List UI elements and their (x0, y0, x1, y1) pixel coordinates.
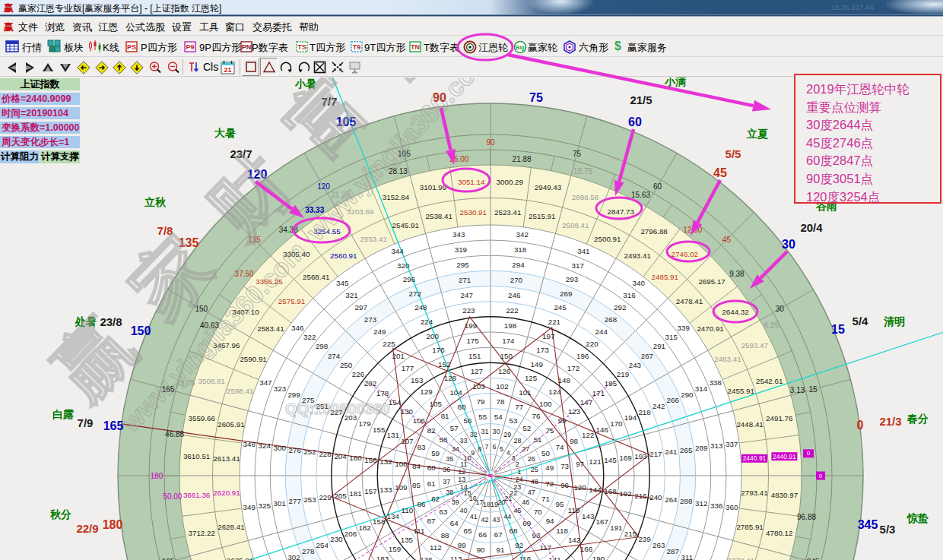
svg-text:277: 277 (289, 497, 301, 505)
svg-text:251: 251 (316, 402, 329, 410)
svg-text:19: 19 (491, 501, 498, 508)
svg-text:117: 117 (539, 543, 551, 552)
svg-text:2575.91: 2575.91 (278, 297, 305, 305)
svg-text:P9: P9 (186, 43, 194, 51)
svg-text:134: 134 (387, 512, 400, 520)
svg-text:PN: PN (242, 43, 252, 51)
svg-text:90: 90 (486, 138, 495, 147)
svg-text:196: 196 (576, 352, 589, 360)
svg-text:36: 36 (443, 466, 450, 473)
svg-text:3610.51: 3610.51 (183, 452, 210, 460)
svg-text:299: 299 (287, 391, 300, 399)
svg-text:268: 268 (605, 315, 618, 324)
svg-text:154: 154 (389, 398, 402, 407)
svg-text:20: 20 (498, 498, 506, 506)
svg-text:136: 136 (420, 555, 433, 560)
svg-text:168: 168 (604, 487, 617, 495)
svg-text:7/8: 7/8 (157, 224, 173, 237)
svg-text:2485.91: 2485.91 (652, 273, 678, 281)
svg-text:15.63: 15.63 (631, 191, 650, 199)
svg-text:1: 1 (517, 468, 521, 476)
svg-text:229: 229 (319, 493, 331, 501)
svg-text:2493.41: 2493.41 (624, 252, 650, 260)
svg-text:112: 112 (430, 543, 442, 552)
svg-text:203: 203 (344, 413, 357, 422)
svg-text:30度2644点: 30度2644点 (806, 118, 873, 131)
svg-text:96.88: 96.88 (797, 513, 816, 521)
svg-text:15: 15 (831, 323, 845, 336)
svg-text:202: 202 (364, 379, 376, 388)
svg-text:194: 194 (624, 413, 637, 422)
svg-text:230: 230 (330, 535, 343, 543)
svg-text:2491.76: 2491.76 (766, 414, 793, 422)
svg-text:265: 265 (680, 446, 693, 454)
svg-text:TN: TN (411, 43, 420, 51)
svg-text:167: 167 (596, 517, 608, 526)
svg-text:50.00: 50.00 (163, 492, 182, 501)
svg-text:105: 105 (398, 150, 411, 158)
svg-text:3152.84: 3152.84 (383, 193, 410, 201)
svg-text:64: 64 (450, 519, 459, 527)
svg-text:3508.81: 3508.81 (198, 377, 225, 385)
svg-text:323: 323 (274, 384, 287, 393)
svg-text:116: 116 (519, 555, 532, 560)
svg-text:2463.41: 2463.41 (714, 355, 741, 363)
svg-text:179: 179 (358, 419, 370, 428)
svg-text:2898.58: 2898.58 (572, 193, 599, 201)
svg-text:121: 121 (589, 457, 601, 466)
svg-text:109: 109 (395, 483, 407, 492)
svg-text:302: 302 (287, 553, 300, 560)
svg-text:243: 243 (629, 361, 642, 369)
svg-text:56: 56 (464, 416, 472, 425)
svg-text:清明: 清明 (884, 315, 905, 327)
svg-text:30: 30 (782, 238, 795, 251)
svg-text:105: 105 (336, 115, 357, 128)
svg-text:21/3: 21/3 (879, 415, 901, 428)
svg-text:52: 52 (522, 424, 531, 432)
svg-text:90: 90 (477, 546, 485, 554)
svg-text:289: 289 (695, 444, 707, 452)
svg-text:287: 287 (667, 547, 679, 555)
svg-text:315: 315 (665, 333, 678, 341)
svg-text:248: 248 (414, 303, 427, 312)
svg-text:4780.12: 4780.12 (766, 529, 792, 537)
svg-text:7/9: 7/9 (78, 416, 94, 429)
svg-text:336: 336 (710, 501, 723, 510)
svg-text:206: 206 (344, 530, 357, 538)
svg-text:319: 319 (455, 245, 467, 254)
svg-text:101: 101 (519, 388, 531, 397)
svg-text:180: 180 (349, 454, 362, 462)
svg-text:17: 17 (475, 498, 483, 506)
svg-text:28: 28 (513, 437, 521, 445)
svg-text:5: 5 (500, 445, 503, 453)
svg-text:68: 68 (510, 527, 518, 535)
svg-text:31.25: 31.25 (331, 191, 350, 199)
svg-text:180: 180 (151, 472, 164, 480)
svg-text:119: 119 (568, 506, 580, 514)
svg-text:122: 122 (582, 431, 594, 439)
svg-text:2515.91: 2515.91 (529, 212, 555, 220)
svg-text:290: 290 (681, 391, 694, 399)
svg-text:20/4: 20/4 (800, 221, 823, 234)
svg-text:110: 110 (402, 506, 414, 514)
svg-text:360: 360 (726, 503, 738, 511)
svg-text:244: 244 (595, 327, 608, 336)
svg-text:102: 102 (496, 382, 508, 391)
svg-text:348: 348 (243, 440, 256, 448)
svg-text:337: 337 (726, 440, 738, 448)
svg-text:TS: TS (297, 43, 306, 51)
svg-text:278: 278 (302, 547, 315, 555)
svg-text:292: 292 (614, 303, 626, 312)
svg-text:71: 71 (541, 495, 550, 503)
svg-text:72: 72 (545, 479, 554, 488)
svg-text:313: 313 (710, 441, 723, 450)
svg-text:24: 24 (516, 476, 523, 483)
svg-text:149: 149 (531, 360, 543, 369)
svg-text:345: 345 (858, 518, 878, 531)
svg-text:342: 342 (516, 230, 529, 239)
svg-text:158: 158 (373, 517, 386, 526)
svg-text:69: 69 (522, 519, 531, 527)
svg-text:77: 77 (515, 403, 523, 411)
svg-text:264: 264 (665, 495, 678, 504)
svg-text:44: 44 (503, 513, 511, 520)
